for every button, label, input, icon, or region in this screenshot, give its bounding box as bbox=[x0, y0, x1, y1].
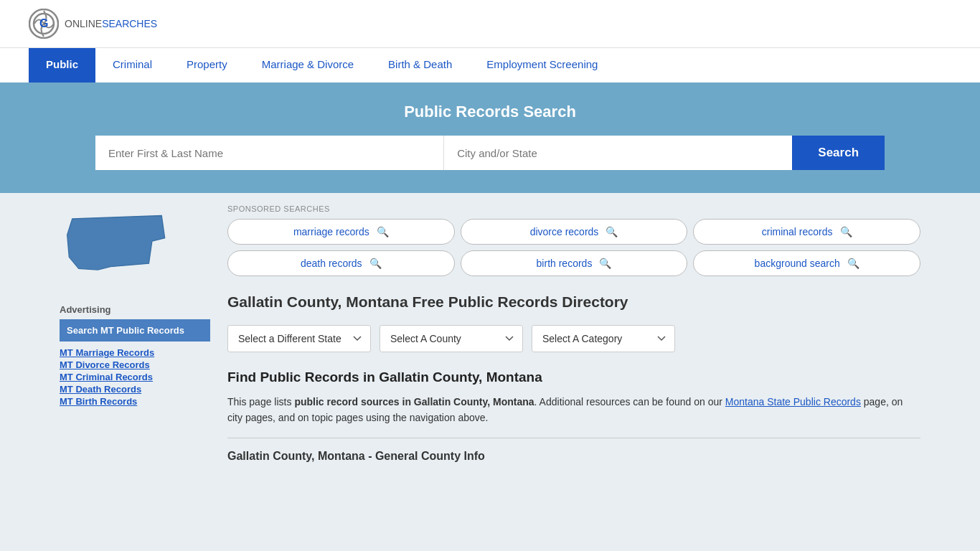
find-text-part2: . Additional resources can be found on o… bbox=[534, 396, 725, 408]
main-nav: Public Criminal Property Marriage & Divo… bbox=[0, 47, 980, 83]
header: G ONLINESEARCHES bbox=[0, 0, 980, 47]
svg-marker-3 bbox=[67, 216, 165, 270]
logo-searches-text: SEARCHES bbox=[102, 18, 157, 29]
search-bar: Search bbox=[95, 136, 885, 170]
location-input[interactable] bbox=[444, 136, 792, 170]
nav-item-employment[interactable]: Employment Screening bbox=[469, 48, 615, 83]
county-dropdown[interactable]: Select A County bbox=[380, 325, 523, 352]
section-divider bbox=[227, 438, 920, 438]
sponsored-item-criminal[interactable]: criminal records 🔍 bbox=[693, 219, 920, 245]
sidebar-link-criminal[interactable]: MT Criminal Records bbox=[60, 372, 210, 382]
sponsored-birth-label: birth records bbox=[537, 258, 593, 269]
find-records-text: This page lists public record sources in… bbox=[227, 394, 920, 426]
sidebar-advertising-label: Advertising bbox=[60, 304, 210, 315]
main-container: Advertising Search MT Public Records MT … bbox=[45, 193, 935, 474]
find-bold-text: public record sources in Gallatin County… bbox=[294, 396, 534, 408]
sponsored-label: SPONSORED SEARCHES bbox=[227, 204, 920, 213]
nav-item-birth[interactable]: Birth & Death bbox=[371, 48, 469, 83]
logo-icon: G bbox=[29, 9, 59, 39]
sidebar: Advertising Search MT Public Records MT … bbox=[60, 204, 210, 463]
search-icon-death: 🔍 bbox=[369, 258, 382, 269]
search-icon-marriage: 🔍 bbox=[377, 226, 389, 237]
sponsored-grid: marriage records 🔍 divorce records 🔍 cri… bbox=[227, 219, 920, 276]
nav-item-criminal[interactable]: Criminal bbox=[95, 48, 169, 83]
sponsored-marriage-label: marriage records bbox=[293, 226, 369, 237]
content-area: SPONSORED SEARCHES marriage records 🔍 di… bbox=[227, 204, 920, 463]
search-icon-background: 🔍 bbox=[847, 258, 859, 269]
search-hero: Public Records Search Search bbox=[0, 83, 980, 193]
sidebar-link-marriage[interactable]: MT Marriage Records bbox=[60, 347, 210, 358]
page-title: Gallatin County, Montana Free Public Rec… bbox=[227, 293, 920, 311]
nav-item-property[interactable]: Property bbox=[169, 48, 245, 83]
general-info-heading: Gallatin County, Montana - General Count… bbox=[227, 450, 920, 463]
name-input[interactable] bbox=[95, 136, 444, 170]
sponsored-item-divorce[interactable]: divorce records 🔍 bbox=[461, 219, 688, 245]
sponsored-item-marriage[interactable]: marriage records 🔍 bbox=[227, 219, 455, 245]
logo-online-text: ONLINE bbox=[65, 18, 102, 29]
sponsored-item-birth[interactable]: birth records 🔍 bbox=[461, 250, 688, 276]
sponsored-criminal-label: criminal records bbox=[762, 226, 833, 237]
sidebar-link-divorce[interactable]: MT Divorce Records bbox=[60, 359, 210, 370]
sponsored-divorce-label: divorce records bbox=[530, 226, 599, 237]
nav-item-public[interactable]: Public bbox=[29, 48, 95, 83]
state-map-sidebar bbox=[60, 204, 210, 293]
search-icon-birth: 🔍 bbox=[599, 258, 611, 269]
sidebar-links: MT Marriage Records MT Divorce Records M… bbox=[60, 347, 210, 407]
find-link[interactable]: Montana State Public Records bbox=[725, 396, 861, 408]
sidebar-ad-box[interactable]: Search MT Public Records bbox=[60, 319, 210, 342]
search-icon-criminal: 🔍 bbox=[840, 226, 852, 237]
find-records-title: Find Public Records in Gallatin County, … bbox=[227, 369, 920, 385]
sponsored-background-label: background search bbox=[755, 258, 840, 269]
state-dropdown[interactable]: Select a Different State bbox=[227, 325, 371, 352]
logo-text: ONLINESEARCHES bbox=[65, 18, 157, 29]
nav-item-marriage[interactable]: Marriage & Divorce bbox=[245, 48, 371, 83]
sponsored-death-label: death records bbox=[301, 258, 362, 269]
search-button[interactable]: Search bbox=[792, 136, 885, 170]
find-text-part1: This page lists bbox=[227, 396, 294, 408]
category-dropdown[interactable]: Select A Category bbox=[532, 325, 675, 352]
logo[interactable]: G ONLINESEARCHES bbox=[29, 9, 157, 39]
sidebar-link-birth[interactable]: MT Birth Records bbox=[60, 396, 210, 407]
sponsored-item-background[interactable]: background search 🔍 bbox=[693, 250, 920, 276]
svg-text:G: G bbox=[39, 17, 48, 29]
search-icon-divorce: 🔍 bbox=[606, 226, 618, 237]
sponsored-item-death[interactable]: death records 🔍 bbox=[227, 250, 455, 276]
search-hero-title: Public Records Search bbox=[29, 103, 951, 121]
sidebar-link-death[interactable]: MT Death Records bbox=[60, 384, 210, 395]
dropdown-row: Select a Different State Select A County… bbox=[227, 325, 920, 352]
